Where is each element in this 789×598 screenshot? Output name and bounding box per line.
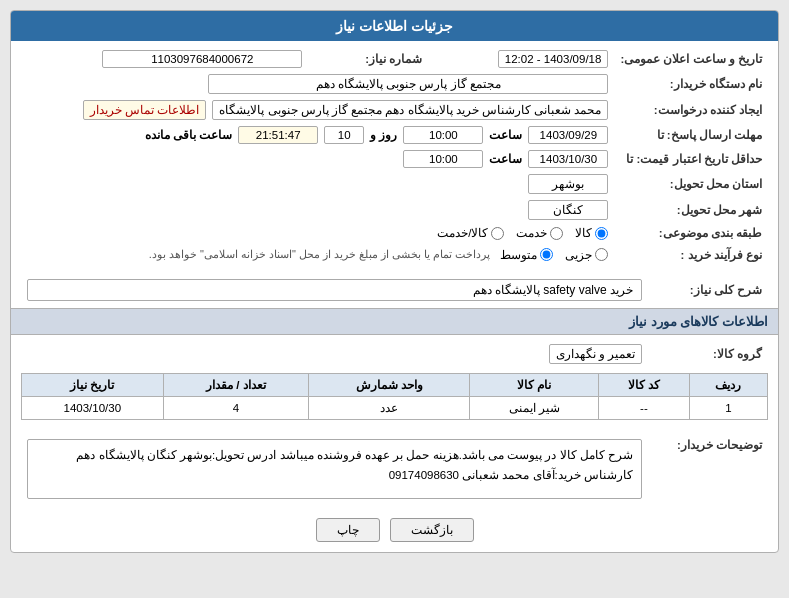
col-radif: ردیف [689,374,767,397]
tabaghe-kalakhadamat-radio[interactable] [491,227,504,240]
back-button[interactable]: بازگشت [390,518,474,542]
gorohe-label: گروه کالا: [648,341,768,367]
sharh-label: شرح کلی نیاز: [648,276,768,304]
ostan-label: استان محل تحویل: [614,171,768,197]
gorohe-table: گروه کالا: تعمیر و نگهداری [21,341,768,367]
mohlat-remain: 21:51:47 [238,126,318,144]
saat-baki-label: ساعت باقی مانده [145,128,232,142]
tabaghe-kala-label: کالا [575,226,592,240]
tabaghe-khadamat-label: خدمت [516,226,547,240]
tarikh-value: 1403/09/18 - 12:02 [498,50,609,68]
col-vahed: واحد شمارش [309,374,470,397]
tabaghe-kalakhadamat-item[interactable]: کالا/خدمت [437,226,504,240]
cell-vahed: عدد [309,397,470,420]
hadakhal-time: 10:00 [403,150,483,168]
noe-motavaset-item[interactable]: متوسط [500,248,553,262]
col-tedad: تعداد / مقدار [163,374,309,397]
tabaghe-kala-radio[interactable] [595,227,608,240]
cell-kod: -- [599,397,690,420]
hadakhal-label: حداقل تاریخ اعتبار قیمت: تا [614,147,768,171]
items-table: ردیف کد کالا نام کالا واحد شمارش تعداد /… [21,373,768,420]
ijadkonande-label: ایجاد کننده درخواست: [614,97,768,123]
tabaghe-khadamat-radio[interactable] [550,227,563,240]
col-tarikh: تاریخ نیاز [22,374,164,397]
main-box: جزئیات اطلاعات نیاز تاریخ و ساعت اعلان ع… [10,10,779,553]
noe-motavaset-label: متوسط [500,248,537,262]
info-section: تاریخ و ساعت اعلان عمومی: 1403/09/18 - 1… [11,41,778,272]
noe-note: پرداخت تمام یا بخشی از مبلغ خرید از محل … [145,246,495,263]
mohlat-day: 10 [324,126,364,144]
cell-radif: 1 [689,397,767,420]
noe-jozii-label: جزیی [565,248,592,262]
gorohe-value: تعمیر و نگهداری [549,344,642,364]
tozih-table: توضیحات خریدار: شرح کامل کالا در پیوست م… [21,432,768,502]
print-button[interactable]: چاپ [316,518,380,542]
cell-nam: شیر ایمنی [470,397,599,420]
tozih-label: توضیحات خریدار: [648,432,768,502]
rooz-label: روز و [370,128,397,142]
button-row: بازگشت چاپ [11,508,778,552]
tabaghe-label: طبقه بندی موضوعی: [614,223,768,243]
noe-motavaset-radio[interactable] [540,248,553,261]
tabaghe-kala-item[interactable]: کالا [575,226,608,240]
noe-jozii-item[interactable]: جزیی [565,248,608,262]
info-table: تاریخ و ساعت اعلان عمومی: 1403/09/18 - 1… [21,47,768,266]
page-title: جزئیات اطلاعات نیاز [11,11,778,41]
shahr-label: شهر محل تحویل: [614,197,768,223]
mohlat-time: 10:00 [403,126,483,144]
ettelaat-tamas[interactable]: اطلاعات تماس خریدار [83,100,206,120]
cell-tarikh: 1403/10/30 [22,397,164,420]
sharh-table: شرح کلی نیاز: [21,276,768,304]
ostan-value: بوشهر [528,174,608,194]
hadakhal-date: 1403/10/30 [528,150,608,168]
mohlat-label: مهلت ارسال پاسخ: تا [614,123,768,147]
shahr-value: کنگان [528,200,608,220]
cell-tedad: 4 [163,397,309,420]
page-container: جزئیات اطلاعات نیاز تاریخ و ساعت اعلان ع… [0,0,789,563]
tozih-section: توضیحات خریدار: شرح کامل کالا در پیوست م… [11,426,778,508]
tabaghe-khadamat-item[interactable]: خدمت [516,226,563,240]
tozih-value: شرح کامل کالا در پیوست می باشد.هزینه حمل… [27,439,642,499]
col-kod: کد کالا [599,374,690,397]
namdastgah-value: مجتمع گاز پارس جنوبی پالایشگاه دهم [208,74,608,94]
shomare-label: شماره نیاز: [308,47,428,71]
namdastgah-label: نام دستگاه خریدار: [614,71,768,97]
tarikh-label: تاریخ و ساعت اعلان عمومی: [614,47,768,71]
kalaha-title: اطلاعات کالاهای مورد نیاز [11,308,778,335]
shomare-value: 1103097684000672 [102,50,302,68]
mohlat-date: 1403/09/29 [528,126,608,144]
col-nam: نام کالا [470,374,599,397]
noe-jozii-radio[interactable] [595,248,608,261]
hadakhal-saat-label: ساعت [489,152,522,166]
sharh-section: شرح کلی نیاز: [11,272,778,308]
sharh-input[interactable] [27,279,642,301]
noe-label: نوع فرآیند خرید : [614,243,768,266]
ijadkonande-value: محمد شعبانی کارشناس خرید پالایشگاه دهم م… [212,100,608,120]
saat-label: ساعت [489,128,522,142]
tabaghe-kalakhadamat-label: کالا/خدمت [437,226,488,240]
kalaha-section: گروه کالا: تعمیر و نگهداری ردیف کد کالا … [11,335,778,426]
table-row: 1--شیر ایمنیعدد41403/10/30 [22,397,768,420]
